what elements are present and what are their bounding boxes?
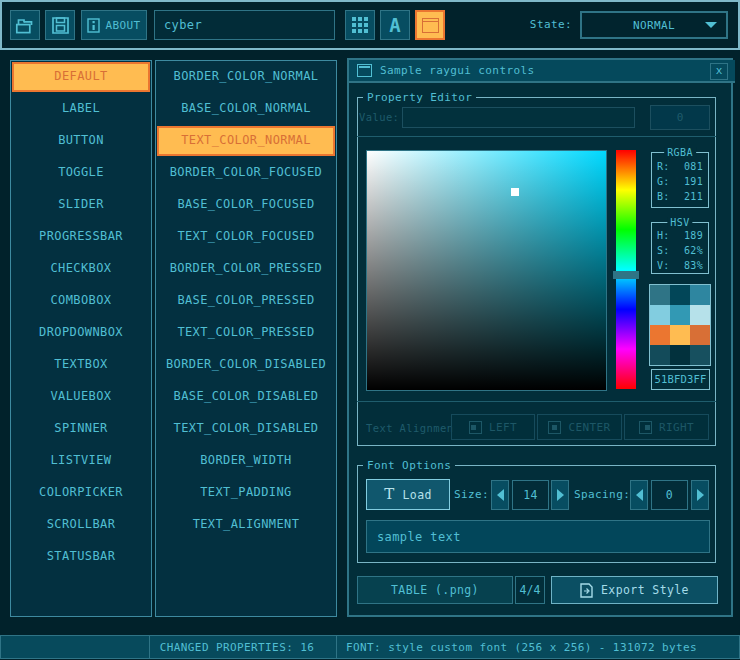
sample-text-input[interactable]: sample text [366, 520, 710, 553]
arrow-left-icon [497, 489, 504, 501]
color-value-row: S:62% [652, 243, 708, 258]
align-right-button[interactable]: RIGHT [624, 414, 709, 440]
font-t-icon: T [384, 487, 394, 502]
property-list-item[interactable]: BASE_COLOR_FOCUSED [157, 190, 335, 220]
property-list-item[interactable]: TEXT_PADDING [157, 478, 335, 508]
style-color-swatch[interactable] [690, 325, 710, 345]
size-increase-button[interactable] [551, 480, 569, 510]
control-list-item[interactable]: COMBOBOX [12, 286, 150, 316]
property-list-item[interactable]: BORDER_WIDTH [157, 446, 335, 476]
color-value-row: H:189 [652, 228, 708, 243]
property-list-item[interactable]: BORDER_COLOR_NORMAL [157, 62, 335, 92]
spacing-value-box[interactable]: 0 [651, 480, 688, 510]
style-color-swatch[interactable] [650, 305, 670, 325]
control-list-item[interactable]: TOGGLE [12, 158, 150, 188]
style-color-swatch[interactable] [690, 305, 710, 325]
style-color-swatch[interactable] [670, 345, 690, 365]
align-center-button[interactable]: CENTER [537, 414, 622, 440]
rgba-group: RGBA R:081G:191B:211 [651, 152, 709, 208]
state-label: State: [500, 10, 572, 40]
export-format-button[interactable]: TABLE (.png) [357, 576, 513, 604]
style-color-swatch[interactable] [670, 325, 690, 345]
style-name-input[interactable]: cyber [154, 10, 335, 40]
style-color-swatch[interactable] [690, 285, 710, 305]
property-list-item[interactable]: BASE_COLOR_DISABLED [157, 382, 335, 412]
control-list-item[interactable]: SPINNER [12, 414, 150, 444]
control-list-item[interactable]: SCROLLBAR [12, 510, 150, 540]
control-list-item[interactable]: TEXTBOX [12, 350, 150, 380]
open-style-button[interactable] [10, 10, 40, 40]
property-list-item[interactable]: TEXT_ALIGNMENT [157, 510, 335, 540]
control-list-item[interactable]: COLORPICKER [12, 478, 150, 508]
control-list-item[interactable]: SLIDER [12, 190, 150, 220]
divider [357, 401, 716, 402]
save-style-button[interactable] [45, 10, 75, 40]
chevron-down-icon [705, 22, 717, 28]
font-a-icon: A [389, 14, 400, 36]
control-list-item[interactable]: BUTTON [12, 126, 150, 156]
status-font-info: FONT: style custom font (256 x 256) - 13… [336, 635, 740, 659]
size-decrease-button[interactable] [491, 480, 509, 510]
app-root: ABOUT cyber A State: NORMAL DEFAULTLABEL… [0, 0, 740, 660]
property-list-item[interactable]: TEXT_COLOR_NORMAL [157, 126, 335, 156]
size-value-box[interactable]: 14 [512, 480, 549, 510]
control-list-item[interactable]: DEFAULT [12, 62, 150, 92]
controls-list: DEFAULTLABELBUTTONTOGGLESLIDERPROGRESSBA… [10, 60, 152, 617]
property-list-item[interactable]: TEXT_COLOR_PRESSED [157, 318, 335, 348]
align-center-icon [548, 421, 561, 434]
floppy-icon [51, 16, 70, 35]
hue-bar[interactable] [616, 150, 636, 389]
property-list-item[interactable]: BORDER_COLOR_FOCUSED [157, 158, 335, 188]
control-list-item[interactable]: DROPDOWNBOX [12, 318, 150, 348]
control-list-item[interactable]: CHECKBOX [12, 254, 150, 284]
style-table-image-button[interactable] [345, 10, 375, 40]
window-icon [422, 18, 439, 33]
property-list-item[interactable]: TEXT_COLOR_DISABLED [157, 414, 335, 444]
text-alignment-label: Text Alignmen [366, 420, 453, 436]
control-list-item[interactable]: LISTVIEW [12, 446, 150, 476]
value-input[interactable] [402, 107, 635, 128]
property-list-item[interactable]: TEXT_COLOR_FOCUSED [157, 222, 335, 252]
window-titlebar[interactable]: Sample raygui controls [349, 60, 735, 83]
control-list-item[interactable]: STATUSBAR [12, 542, 150, 572]
spacing-decrease-button[interactable] [630, 480, 648, 510]
size-label: Size: [454, 485, 489, 505]
window-title: Sample raygui controls [380, 64, 535, 77]
style-color-swatch[interactable] [650, 345, 670, 365]
arrow-right-icon [697, 489, 704, 501]
color-picker-gradient[interactable] [366, 150, 607, 391]
status-changed-properties: CHANGED PROPERTIES: 16 [149, 635, 337, 659]
style-color-swatch[interactable] [650, 325, 670, 345]
property-list-item[interactable]: BORDER_COLOR_DISABLED [157, 350, 335, 380]
align-left-button[interactable]: LEFT [451, 414, 535, 440]
hex-value-box[interactable]: 51BFD3FF [651, 369, 710, 390]
export-style-button[interactable]: Export Style [551, 576, 718, 604]
info-icon [87, 18, 100, 33]
spacing-increase-button[interactable] [691, 480, 709, 510]
close-icon[interactable]: x [710, 63, 728, 80]
controls-window-button[interactable] [415, 10, 445, 40]
control-list-item[interactable]: PROGRESSBAR [12, 222, 150, 252]
style-color-swatch[interactable] [670, 305, 690, 325]
hsv-group: HSV H:189S:62%V:83% [651, 222, 709, 274]
property-list-item[interactable]: BASE_COLOR_PRESSED [157, 286, 335, 316]
style-color-swatch[interactable] [670, 285, 690, 305]
load-font-button[interactable]: T Load [366, 479, 450, 510]
font-atlas-button[interactable]: A [380, 10, 410, 40]
style-color-swatch[interactable] [690, 345, 710, 365]
state-dropdown[interactable]: NORMAL [580, 11, 728, 39]
property-list-item[interactable]: BORDER_COLOR_PRESSED [157, 254, 335, 284]
style-color-swatch[interactable] [650, 285, 670, 305]
about-button[interactable]: ABOUT [81, 10, 147, 40]
arrow-right-icon [557, 489, 564, 501]
control-list-item[interactable]: VALUEBOX [12, 382, 150, 412]
color-value-row: G:191 [652, 174, 708, 189]
font-options-title: Font Options [363, 460, 455, 472]
value-spinner[interactable]: 0 [650, 105, 710, 130]
color-picker-cursor[interactable] [511, 188, 519, 196]
export-icon [580, 583, 593, 598]
control-list-item[interactable]: LABEL [12, 94, 150, 124]
property-list-item[interactable]: BASE_COLOR_NORMAL [157, 94, 335, 124]
hue-handle[interactable] [613, 271, 639, 279]
divider [357, 136, 716, 137]
